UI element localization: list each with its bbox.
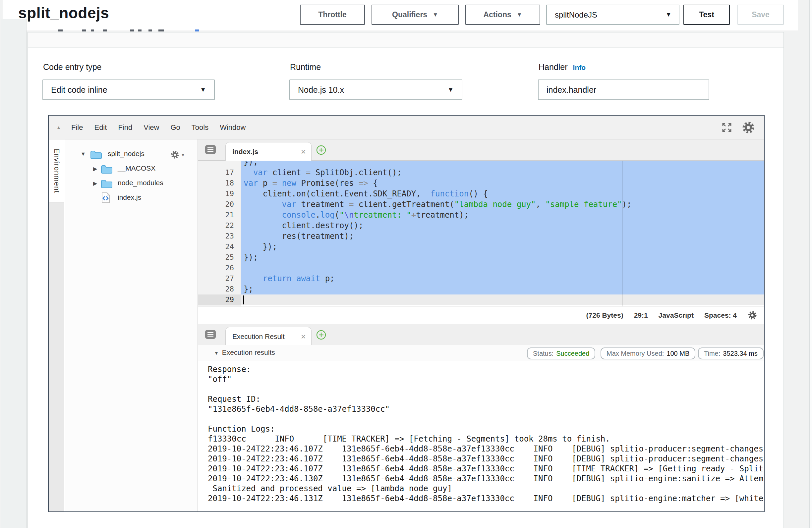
folder-icon xyxy=(100,178,113,189)
clipped-text-fragment xyxy=(148,29,152,31)
handler-info-link[interactable]: Info xyxy=(573,63,586,71)
time-badge: Time: 3523.34 ms xyxy=(698,348,764,360)
save-button-label: Save xyxy=(752,10,770,19)
tree-item-indexjs-file[interactable]: index.js xyxy=(64,191,198,205)
test-event-select[interactable]: splitNodeJS ▼ xyxy=(546,5,679,25)
menu-edit[interactable]: Edit xyxy=(94,123,107,132)
tree-item-root-folder[interactable]: ▼ split_nodejs ▾ xyxy=(64,147,198,161)
collapse-menubar-icon[interactable]: ▲ xyxy=(49,124,69,130)
code-editor-area[interactable]: 17181920212223242526272829 }); var clien… xyxy=(198,161,764,306)
environment-tab[interactable]: Environment xyxy=(49,140,64,202)
clipped-text-fragment xyxy=(130,29,134,31)
code-gutter: 17181920212223242526272829 xyxy=(198,161,241,306)
tree-item-label: index.js xyxy=(118,193,141,201)
chevron-down-icon: ▼ xyxy=(517,12,522,18)
actions-button[interactable]: Actions ▼ xyxy=(465,5,540,25)
tab-list-icon[interactable] xyxy=(205,145,216,155)
fullscreen-icon[interactable] xyxy=(721,121,733,133)
new-tab-icon[interactable] xyxy=(316,145,327,155)
function-name-title: split_nodejs xyxy=(18,4,109,22)
tab-execution-result[interactable]: Execution Result × xyxy=(226,327,311,346)
chevron-down-icon: ▼ xyxy=(433,12,438,18)
print-margin-line xyxy=(591,361,591,511)
chevron-expanded-icon: ▼ xyxy=(214,350,219,356)
text-cursor xyxy=(243,295,244,304)
chevron-down-icon: ▼ xyxy=(666,11,671,18)
menu-go[interactable]: Go xyxy=(170,123,180,132)
clipped-text-fragment xyxy=(138,29,142,31)
menu-window[interactable]: Window xyxy=(220,123,246,132)
tree-item-macosx-folder[interactable]: ▶ __MACOSX xyxy=(64,162,198,176)
clipped-text-fragment xyxy=(82,29,86,31)
editor-menubar: ▲ File Edit Find View Go Tools Window xyxy=(49,116,764,140)
handler-label: HandlerInfo xyxy=(539,62,586,72)
tab-indexjs[interactable]: index.js × xyxy=(226,142,311,161)
tree-item-label: node_modules xyxy=(118,179,163,187)
tree-item-node-modules-folder[interactable]: ▶ node_modules xyxy=(64,177,198,190)
menu-tools[interactable]: Tools xyxy=(191,123,208,132)
js-file-icon xyxy=(101,192,110,204)
spaces-status[interactable]: Spaces: 4 xyxy=(704,311,737,319)
results-tabbar: Execution Result × xyxy=(198,324,764,345)
tab-list-icon[interactable] xyxy=(205,329,216,340)
file-size-status: (726 Bytes) xyxy=(586,311,623,319)
code-tabbar: index.js × xyxy=(198,140,764,161)
new-tab-icon[interactable] xyxy=(316,329,327,340)
close-icon[interactable]: × xyxy=(301,147,306,156)
test-button[interactable]: Test xyxy=(683,5,730,25)
throttle-button-label: Throttle xyxy=(318,10,347,19)
close-icon[interactable]: × xyxy=(301,332,306,341)
qualifiers-button-label: Qualifiers xyxy=(392,10,427,19)
chevron-collapsed-icon[interactable]: ▶ xyxy=(93,166,97,172)
clipped-text-fragment xyxy=(58,29,63,31)
save-button[interactable]: Save xyxy=(737,5,784,25)
max-memory-badge: Max Memory Used: 100 MB xyxy=(600,348,695,360)
execution-results-header[interactable]: ▼Execution results xyxy=(214,349,275,356)
status-badge: Status: Succeeded xyxy=(527,348,595,360)
chevron-down-icon: ▼ xyxy=(447,86,454,93)
chevron-down-icon: ▾ xyxy=(182,152,184,158)
runtime-label: Runtime xyxy=(290,62,321,72)
card-top-strip xyxy=(28,32,783,48)
code-lines: }); var client = SplitObj.client();var p… xyxy=(241,161,764,305)
print-margin-line xyxy=(622,161,623,306)
language-status: JavaScript xyxy=(658,311,694,319)
environment-tab-label: Environment xyxy=(52,148,61,193)
runtime-select[interactable]: Node.js 10.x ▼ xyxy=(289,79,462,100)
folder-icon xyxy=(100,164,113,174)
menu-file[interactable]: File xyxy=(71,123,83,132)
tab-label: index.js xyxy=(232,148,258,156)
chevron-collapsed-icon[interactable]: ▶ xyxy=(93,180,97,187)
test-event-selected-value: splitNodeJS xyxy=(555,10,597,19)
code-entry-type-select[interactable]: Edit code inline ▼ xyxy=(42,79,215,100)
execution-results-toolbar: ▼Execution results Status: Succeeded Max… xyxy=(198,345,764,361)
throttle-button[interactable]: Throttle xyxy=(300,5,365,25)
execution-log-output[interactable]: Response:"off" Request ID:"131e865f-6eb4… xyxy=(198,361,763,511)
folder-icon xyxy=(90,149,102,160)
tree-item-label: __MACOSX xyxy=(118,164,156,172)
actions-button-label: Actions xyxy=(483,10,511,19)
clipped-text-fragment xyxy=(195,29,199,31)
collapsed-left-panel[interactable] xyxy=(1,19,27,528)
log-lines: Response:"off" Request ID:"131e865f-6eb4… xyxy=(208,364,763,503)
file-tree: ▼ split_nodejs ▾ ▶ xyxy=(64,140,198,511)
sidebar-tab-strip: Environment xyxy=(49,140,64,511)
tree-item-label: split_nodejs xyxy=(108,150,145,158)
editor-menus: File Edit Find View Go Tools Window xyxy=(71,123,246,132)
gear-icon[interactable] xyxy=(741,120,755,134)
menu-find[interactable]: Find xyxy=(118,123,132,132)
page-scrollbar-track[interactable] xyxy=(809,0,812,528)
chevron-expanded-icon[interactable]: ▼ xyxy=(81,151,86,157)
clipped-text-fragment xyxy=(103,29,107,31)
gear-icon[interactable] xyxy=(748,310,757,320)
cloud9-editor: ▲ File Edit Find View Go Tools Window xyxy=(48,115,765,512)
qualifiers-button[interactable]: Qualifiers ▼ xyxy=(372,5,459,25)
handler-input-value: index.handler xyxy=(547,85,596,95)
tab-label: Execution Result xyxy=(232,333,285,340)
code-entry-type-value: Edit code inline xyxy=(51,85,107,95)
tree-settings-gear-icon[interactable]: ▾ xyxy=(170,150,184,159)
menu-view[interactable]: View xyxy=(144,123,159,132)
lambda-console-page: split_nodejs Throttle Qualifiers ▼ Actio… xyxy=(0,0,812,528)
handler-input[interactable]: index.handler xyxy=(538,79,709,100)
chevron-down-icon: ▼ xyxy=(200,86,206,93)
